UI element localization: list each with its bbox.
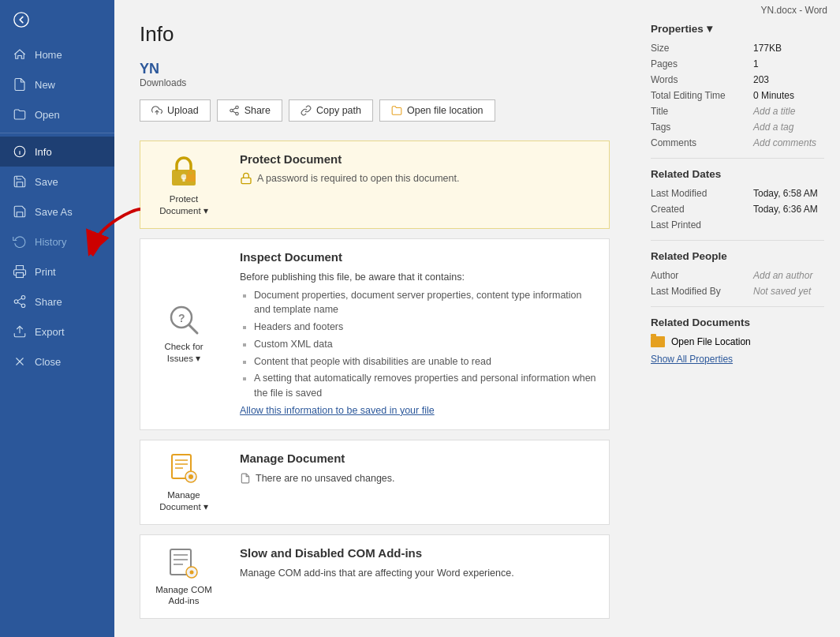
sidebar-item-saveas[interactable]: Save As [0,197,114,227]
prop-value: Today, 6:36 AM [753,204,824,215]
properties-rows: Size 177KB Pages 1 Words 203 Total Editi… [651,43,824,148]
open-file-icon [391,105,402,116]
svg-point-5 [21,296,25,300]
com-desc-text: Manage COM add-ins that are affecting yo… [240,568,514,579]
related-dates-title: Related Dates [651,168,824,180]
prop-row-modified-by: Last Modified By Not saved yet [651,286,824,297]
manage-document-icon [167,452,200,485]
inspect-icon-area[interactable]: ? Check for Issues ▾ [140,239,227,429]
related-people-title: Related People [651,250,824,262]
sidebar-item-label: History [35,236,66,248]
com-icon-label[interactable]: Manage COM Add-ins [155,584,212,608]
prop-label: Words [651,74,753,85]
open-file-location-button[interactable]: Open file location [379,99,495,122]
prop-row-pages: Pages 1 [651,58,824,69]
prop-value-muted[interactable]: Add comments [753,137,824,148]
action-buttons: Upload Share Copy path Open file locatio… [140,99,610,122]
share-button[interactable]: Share [217,99,282,122]
upload-label: Upload [167,105,199,116]
svg-rect-22 [186,174,196,182]
prop-value-muted[interactable]: Add a tag [753,122,824,133]
inspect-allow-link[interactable]: Allow this information to be saved in yo… [240,405,435,416]
sidebar-item-print[interactable]: Print [0,257,114,287]
svg-point-32 [189,474,193,479]
protect-document-card: Protect Document ▾ Protect Document A pa… [140,141,610,229]
history-icon [13,234,27,249]
svg-point-38 [190,570,194,574]
svg-line-18 [233,108,236,110]
prop-label: Total Editing Time [651,90,753,101]
prop-value-muted[interactable]: Add an author [753,270,824,281]
copy-path-button[interactable]: Copy path [289,99,373,122]
protect-icon-label[interactable]: Protect Document ▾ [159,193,208,217]
inspect-title: Inspect Document [240,250,596,264]
sidebar-item-save[interactable]: Save [0,167,114,197]
folder-icon [651,336,665,347]
manage-icon-label[interactable]: Manage Document ▾ [159,489,208,513]
prop-label: Last Modified By [651,286,753,297]
back-button[interactable] [0,0,114,39]
window-title: YN.docx - Word [761,5,827,16]
prop-label: Last Printed [651,219,753,230]
prop-value-muted: Not saved yet [753,286,824,297]
inspect-desc: Before publishing this file, be aware th… [240,270,596,418]
inspect-item: Document properties, document server pro… [254,288,596,318]
prop-value: 0 Minutes [753,90,824,101]
svg-rect-23 [241,178,251,183]
manage-icon-area[interactable]: Manage Document ▾ [140,440,227,524]
prop-label: Created [651,204,753,215]
sidebar-item-history[interactable]: History [0,227,114,257]
properties-section-title: Properties ▾ [651,22,824,35]
prop-label: Tags [651,122,753,133]
share-icon [13,294,27,309]
properties-panel: Properties ▾ Size 177KB Pages 1 Words 20… [635,0,840,637]
svg-point-15 [230,109,233,112]
inspect-item: Custom XML data [254,337,596,352]
upload-button[interactable]: Upload [140,99,211,122]
sidebar-item-home[interactable]: Home [0,39,114,69]
svg-point-16 [235,112,238,115]
doc-small-icon [240,473,251,484]
prop-label: Pages [651,58,753,69]
prop-row-author: Author Add an author [651,270,824,281]
sidebar-item-label: Save [35,176,58,188]
sidebar-item-label: Home [35,49,62,61]
com-icon-area[interactable]: Manage COM Add-ins [140,535,227,619]
sidebar-item-share[interactable]: Share [0,287,114,317]
protect-document-icon [167,152,200,189]
prop-row-editing-time: Total Editing Time 0 Minutes [651,90,824,101]
sidebar-item-new[interactable]: New [0,69,114,99]
home-icon [13,47,27,62]
protect-title: Protect Document [240,152,596,166]
sidebar: Home New Open Info Save Save As [0,0,114,637]
sidebar-nav: Home New Open Info Save Save As [0,39,114,637]
inspect-document-icon: ? [167,303,200,336]
inspect-icon-label[interactable]: Check for Issues ▾ [164,341,203,365]
com-desc: Manage COM add-ins that are affecting yo… [240,566,596,581]
show-all-properties-link[interactable]: Show All Properties [651,354,824,365]
protect-icon-area[interactable]: Protect Document ▾ [140,141,227,228]
svg-line-17 [233,111,236,113]
inspect-item: Content that people with disabilities ar… [254,354,596,369]
sidebar-item-label: Info [35,146,52,158]
info-icon [13,144,27,159]
back-icon [13,11,30,28]
prop-label: Size [651,43,753,54]
sidebar-item-close[interactable]: Close [0,347,114,377]
sidebar-item-export[interactable]: Export [0,317,114,347]
prop-value-muted[interactable]: Add a title [753,106,824,117]
prop-row-created: Created Today, 6:36 AM [651,204,824,215]
svg-text:?: ? [178,312,185,324]
inspect-intro: Before publishing this file, be aware th… [240,272,465,283]
svg-line-8 [17,302,21,305]
inspect-document-card: ? Check for Issues ▾ Inspect Document Be… [140,238,610,430]
title-bar: YN.docx - Word [749,0,840,21]
sidebar-item-info[interactable]: Info [0,137,114,167]
prop-row-words: Words 203 [651,74,824,85]
svg-point-14 [235,106,238,109]
related-docs-title: Related Documents [651,317,824,328]
sidebar-item-open[interactable]: Open [0,99,114,129]
svg-rect-21 [183,178,185,182]
inspect-items-list: Document properties, document server pro… [240,288,596,401]
related-doc-open-file[interactable]: Open File Location [651,336,824,347]
